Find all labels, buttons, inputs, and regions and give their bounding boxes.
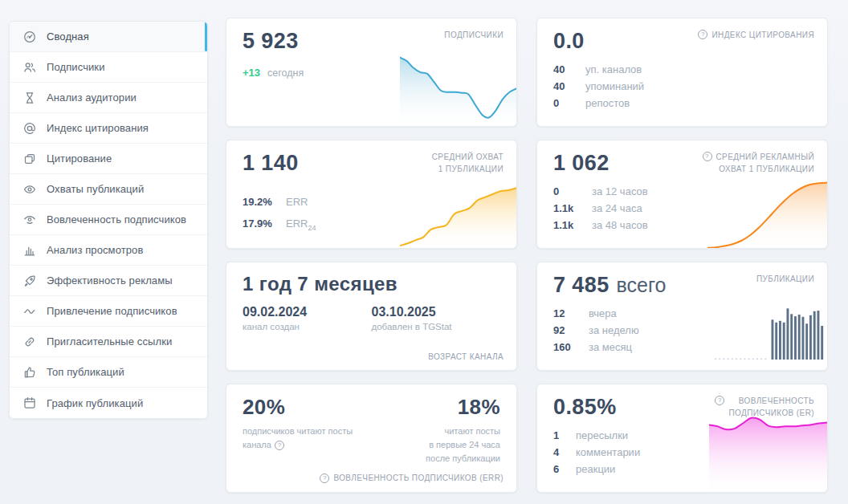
sidebar-item-label: Анализ аудитории [47,91,137,104]
card-subscribers: 5 923 ПОДПИСЧИКИ +13сегодня [226,18,517,127]
card-publications: 7 485 всего ПУБЛИКАЦИИ 12вчера 92за неде… [536,262,828,371]
card-citation-index: 0.0 ? ИНДЕКС ЦИТИРОВАНИЯ 40уп. каналов 4… [536,18,828,127]
sidebar-item-label: Топ публикаций [47,366,124,378]
sidebar-item-label: Вовлеченность подписчиков [47,213,186,226]
users-icon [23,61,36,74]
card-footer-label: ? ВОВЛЕЧЕННОСТЬ ПОДПИСЧИКОВ (ERR) [320,473,503,483]
sidebar-item-citation-index[interactable]: Индекс цитирования [10,113,207,144]
stat-row: 1.1kза 24 часа [553,200,811,217]
help-icon[interactable]: ? [320,474,329,483]
quote-boxes-icon [23,152,36,165]
sidebar: Сводная Подписчики Анализ аудитории Инде… [9,21,208,419]
sidebar-item-label: Индекс цитирования [47,122,149,134]
reach-stats: 19.2%ERR 17.9%ERR24 [243,193,500,236]
err-left-label: подписчиков читают посты канала? [243,425,353,452]
stat-row: 92за неделю [553,322,811,339]
channel-age-value: 1 год 7 месяцев [243,273,500,295]
stat-row: 0за 12 часов [553,183,811,200]
stat-row: 40уп. каналов [553,61,811,78]
sidebar-item-invite-links[interactable]: Пригласительные ссылки [10,327,207,357]
sidebar-item-top-posts[interactable]: Топ публикаций [10,357,207,388]
publications-total: 7 485 [553,273,610,298]
sidebar-item-summary[interactable]: Сводная [10,22,207,52]
at-sign-icon [23,122,36,135]
stat-row: 40упоминаний [553,78,811,95]
stat-row: 0репостов [553,95,811,112]
sidebar-item-label: Сводная [47,30,89,43]
stat-row: 1пересылки [553,427,811,444]
stat-row: 4комментарии [553,444,811,461]
help-icon[interactable]: ? [703,152,712,161]
publications-total-suffix: всего [617,274,667,297]
stat-row: 6реакции [553,461,811,478]
delta-label: сегодня [267,67,304,79]
sidebar-item-posting-schedule[interactable]: График публикаций [10,388,207,418]
sidebar-item-ad-effectiveness[interactable]: Эффективность рекламы [10,266,207,296]
sidebar-item-label: Привлечение подписчиков [47,305,177,317]
added-date-block: 03.10.2025 добавлен в TGStat [372,305,501,331]
sidebar-item-post-reach[interactable]: Охваты публикаций [10,174,207,205]
card-average-ad-reach: 1 062 ? СРЕДНИЙ РЕКЛАМНЫЙ ОХВАТ 1 ПУБЛИК… [536,140,828,249]
thumbs-up-icon [23,366,36,379]
added-date-label: добавлен в TGStat [372,322,501,331]
stat-row: 12вчера [553,305,811,322]
card-title: ПОДПИСЧИКИ [444,29,503,41]
bar-chart-icon [23,244,36,257]
card-title: ? ВОВЛЕЧЕННОСТЬ ПОДПИСЧИКОВ (ER) [715,395,814,419]
publications-stats: 12вчера 92за неделю 160за месяц [553,305,811,356]
er-stats: 1пересылки 4комментарии 6реакции [553,427,811,478]
eye-icon [23,183,36,196]
stat-row: 17.9%ERR24 [243,215,500,237]
card-er: 0.85% ? ВОВЛЕЧЕННОСТЬ ПОДПИСЧИКОВ (ER) 1… [536,384,828,493]
sidebar-item-subscribers[interactable]: Подписчики [10,52,207,83]
sidebar-item-views-analysis[interactable]: Анализ просмотров [10,235,207,266]
subscribers-delta-row: +13сегодня [243,67,500,79]
card-title: ? ИНДЕКС ЦИТИРОВАНИЯ [698,29,814,41]
sidebar-item-audience-analysis[interactable]: Анализ аудитории [10,83,207,113]
gauge-icon [23,30,36,43]
sidebar-item-citations[interactable]: Цитирование [10,144,207,174]
sidebar-item-subscriber-engagement[interactable]: Вовлеченность подписчиков [10,205,207,235]
sidebar-item-label: Пригласительные ссылки [47,335,172,348]
sidebar-item-label: Анализ просмотров [47,244,143,256]
added-date: 03.10.2025 [372,305,501,319]
sidebar-item-label: Цитирование [47,152,112,165]
card-channel-age: 1 год 7 месяцев 09.02.2024 канал создан … [226,262,517,371]
card-title: СРЕДНИЙ ОХВАТ 1 ПУБЛИКАЦИИ [432,151,503,175]
citation-stats: 40уп. каналов 40упоминаний 0репостов [553,61,811,112]
help-icon[interactable]: ? [275,441,284,450]
hourglass-icon [23,91,36,104]
stat-row: 19.2%ERR [243,193,500,215]
card-title: ПУБЛИКАЦИИ [756,273,814,285]
err-right-block: 18% читают посты в первые 24 часа после … [426,395,500,465]
ad-reach-stats: 0за 12 часов 1.1kза 24 часа 1.1kза 48 ча… [553,183,811,234]
sidebar-item-label: График публикаций [47,397,143,409]
cards-grid: 5 923 ПОДПИСЧИКИ +13сегодня 0.0 ? ИНДЕКС… [226,18,828,493]
sidebar-item-label: Охваты публикаций [47,183,144,195]
channel-age-dates: 09.02.2024 канал создан 03.10.2025 добав… [243,305,500,331]
err-24h-percent: 18% [426,395,500,420]
stat-row: 1.1kза 48 часов [553,217,811,234]
delta-value: +13 [243,67,260,79]
calendar-icon [23,396,36,409]
created-date-block: 09.02.2024 канал создан [243,305,372,331]
err-right-label: читают посты в первые 24 часа после публ… [426,425,500,465]
active-item-indicator [205,22,207,51]
err-left-block: 20% подписчиков читают посты канала? [243,395,353,465]
sidebar-item-subscriber-acquisition[interactable]: Привлечение подписчиков [10,296,207,327]
card-footer-label: ВОЗРАСТ КАНАЛА [428,352,503,361]
sidebar-item-label: Эффективность рекламы [47,274,173,287]
help-icon[interactable]: ? [698,30,707,39]
err-read-percent: 20% [243,395,353,420]
sidebar-item-label: Подписчики [47,61,105,73]
rocket-icon [23,274,36,287]
card-title: ? СРЕДНИЙ РЕКЛАМНЫЙ ОХВАТ 1 ПУБЛИКАЦИИ [703,151,815,175]
card-err: 20% подписчиков читают посты канала? 18%… [226,384,517,493]
link-icon [23,335,36,348]
stat-row: 160за месяц [553,339,811,356]
eye-engagement-icon [23,213,36,226]
help-icon[interactable]: ? [715,396,724,405]
trend-line-icon [23,305,36,318]
err-columns: 20% подписчиков читают посты канала? 18%… [243,395,500,465]
created-date-label: канал создан [243,322,372,331]
